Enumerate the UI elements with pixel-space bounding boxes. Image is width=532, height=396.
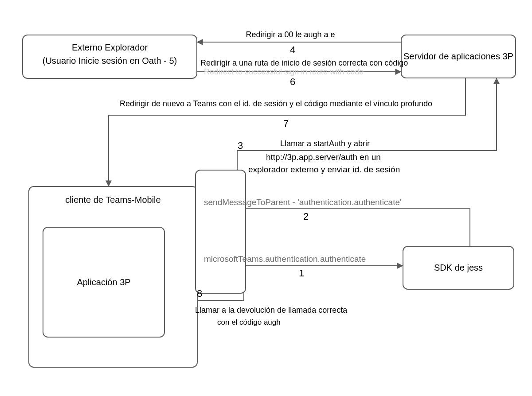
- node-server-3p: Servidor de aplicaciones 3P: [401, 35, 516, 78]
- edge-6-number: 6: [284, 76, 301, 88]
- edge-3-number: 3: [231, 140, 249, 151]
- edge-4-number: 4: [284, 44, 301, 56]
- edge-7-number: 7: [277, 118, 295, 129]
- edge-1-number: 1: [293, 268, 310, 279]
- node-app-3p: Aplicación 3P: [43, 227, 165, 338]
- node-sdk: SDK de jess: [403, 246, 514, 290]
- teams-mobile-label: cliente de Teams-Mobile: [65, 195, 160, 205]
- server-3p-label: Servidor de aplicaciones 3P: [403, 51, 513, 61]
- edge-8-number: 8: [191, 288, 208, 299]
- node-external-browser: Externo Explorador (Usuario Inicie sesió…: [22, 35, 197, 79]
- edge-6-label: Redirigir a una ruta de inicio de sesión…: [200, 58, 408, 68]
- edge-3-label-c: explorador externo y enviar id. de sesió…: [248, 165, 400, 175]
- edge-2-label: sendMessageToParent - 'authentication.au…: [204, 198, 402, 207]
- edge-6-ghost: Redirect to successful sign in route wit…: [204, 67, 364, 77]
- sdk-label: SDK de jess: [434, 263, 483, 272]
- edge-1-label: microsoftTeams.authentication.authentica…: [204, 254, 366, 264]
- edge-8-label-b: con el código augh: [217, 318, 281, 327]
- edge-7-label: Redirigir de nuevo a Teams con el id. de…: [120, 99, 432, 109]
- edge-3-label-a: Llamar a startAuth y abrir: [280, 139, 370, 148]
- node-aux-box: [195, 170, 246, 294]
- edge-4-label: Redirigir a 00 le augh a e: [233, 30, 348, 39]
- edge-8-label-a: Llamar a la devolución de llamada correc…: [195, 306, 347, 315]
- external-browser-line2: (Usuario Inicie sesión en Oath - 5): [43, 56, 177, 66]
- app-3p-label: Aplicación 3P: [77, 277, 130, 287]
- diagram-stage: Externo Explorador (Usuario Inicie sesió…: [0, 0, 532, 396]
- edge-2-number: 2: [297, 211, 315, 222]
- external-browser-line1: Externo Explorador: [72, 43, 148, 52]
- edge-3-label-b: http://3p.app.server/auth en un: [266, 152, 381, 162]
- node-teams-mobile: cliente de Teams-Mobile Aplicación 3P: [28, 186, 198, 368]
